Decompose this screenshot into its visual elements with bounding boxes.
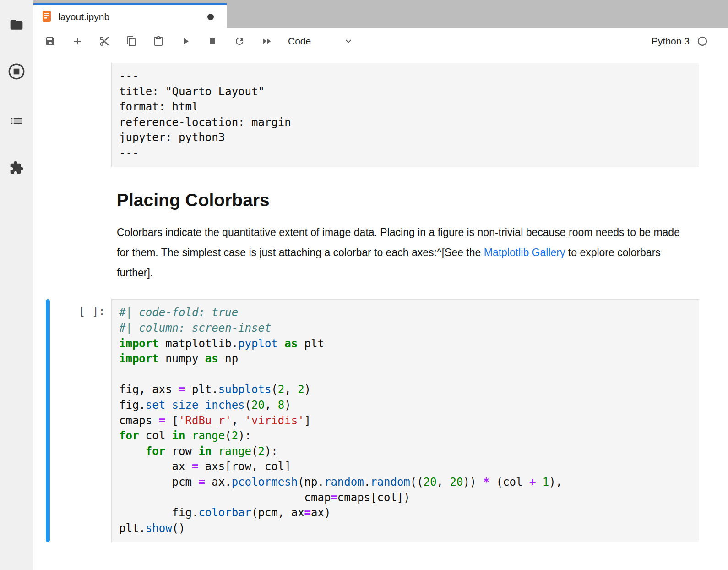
cell-type-dropdown[interactable]: Code [288, 36, 354, 47]
matplotlib-gallery-link[interactable]: Matplotlib Gallery [484, 247, 565, 258]
insert-cell-button[interactable] [72, 36, 83, 47]
unsaved-changes-indicator[interactable] [207, 14, 214, 20]
markdown-paragraph: Colorbars indicate the quantitative exte… [117, 222, 687, 283]
tab-title: layout.ipynb [58, 11, 109, 22]
raw-cell-source[interactable]: --- title: "Quarto Layout" format: html … [119, 69, 691, 161]
puzzle-icon [9, 160, 24, 175]
code-editor[interactable]: #| code-fold: true#| column: screen-inse… [111, 299, 699, 542]
sidebar-tab-table-of-contents[interactable] [0, 111, 33, 131]
main-dock-panel: layout.ipynb [33, 0, 728, 570]
kernel-name[interactable]: Python 3 [652, 36, 690, 47]
kernel-status-icon[interactable] [697, 36, 708, 47]
notebook-toolbar: Code Python 3 [33, 28, 728, 55]
folder-icon [9, 17, 24, 32]
cell-type-value: Code [288, 36, 311, 47]
code-cell[interactable]: [ ]: #| code-fold: true#| column: screen… [33, 299, 728, 542]
tab-layout-ipynb[interactable]: layout.ipynb [33, 3, 227, 28]
sidebar-tab-file-browser[interactable] [0, 15, 33, 35]
cut-cells-button[interactable] [99, 36, 110, 47]
chevron-down-icon [343, 36, 354, 47]
notebook-file-icon [41, 10, 52, 24]
save-button[interactable] [45, 36, 56, 47]
list-icon [10, 114, 23, 128]
interrupt-kernel-button[interactable] [207, 36, 218, 47]
notebook-content: --- title: "Quarto Layout" format: html … [33, 54, 728, 570]
restart-kernel-button[interactable] [234, 36, 245, 47]
markdown-cell[interactable]: Placing Colorbars Colorbars indicate the… [117, 190, 687, 283]
paste-cells-button[interactable] [153, 36, 164, 47]
active-cell-indicator[interactable] [46, 299, 50, 542]
markdown-heading: Placing Colorbars [117, 190, 687, 211]
left-sidebar [0, 0, 33, 570]
jupyterlab-window: layout.ipynb [0, 0, 728, 570]
stop-circle-icon [8, 63, 25, 80]
copy-cells-button[interactable] [126, 36, 137, 47]
raw-cell[interactable]: --- title: "Quarto Layout" format: html … [111, 63, 699, 167]
run-cell-button[interactable] [180, 36, 191, 47]
dock-tab-bar: layout.ipynb [33, 0, 728, 28]
sidebar-tab-extensions[interactable] [0, 158, 33, 178]
sidebar-tab-running-sessions[interactable] [0, 61, 33, 82]
restart-run-all-button[interactable] [261, 36, 272, 47]
cell-input-prompt: [ ]: [79, 305, 105, 318]
